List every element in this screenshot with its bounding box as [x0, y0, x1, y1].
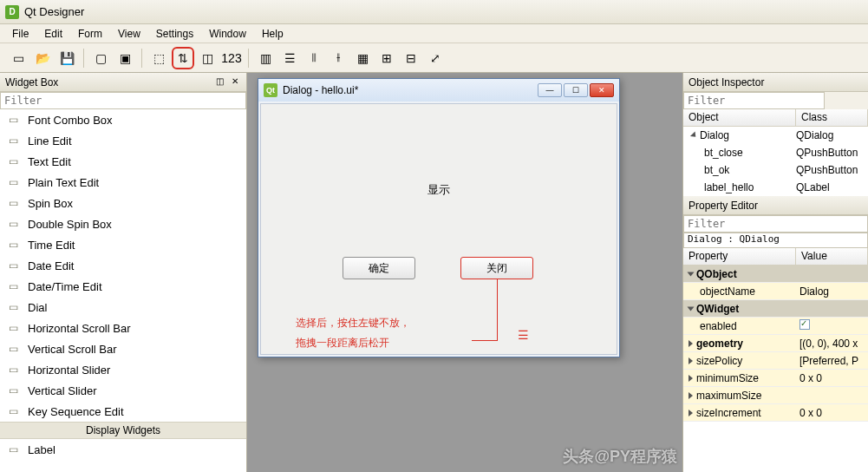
col-value[interactable]: Value — [796, 248, 868, 265]
menu-settings[interactable]: Settings — [149, 26, 200, 42]
cancel-button[interactable]: 关闭 — [460, 257, 533, 279]
property-table[interactable]: Property Value QObjectobjectNameDialogQW… — [683, 248, 868, 472]
dialog-form[interactable]: 显示 确定 关闭 选择后，按住左键不放， 拖拽一段距离后松开 ☰ — [260, 103, 617, 355]
adjust-size-icon[interactable]: ⤢ — [424, 47, 447, 69]
widget-box-filter[interactable] — [0, 92, 246, 109]
widget-label: Time Edit — [28, 239, 75, 252]
layout-h-split-icon[interactable]: ⫴ — [303, 47, 325, 69]
send-back-icon[interactable]: ▢ — [89, 47, 112, 69]
object-inspector-filter[interactable] — [683, 92, 825, 109]
object-tree[interactable]: Object Class DialogQDialogbt_closeQPushB… — [683, 109, 868, 196]
tree-row[interactable]: bt_closeQPushButton — [683, 144, 868, 161]
widget-item[interactable]: ▭Horizontal Slider — [0, 359, 246, 380]
layout-h-icon[interactable]: ▥ — [254, 47, 277, 69]
expand-icon[interactable] — [689, 410, 693, 416]
line-edit-icon: ▭ — [5, 134, 21, 148]
expand-icon[interactable] — [688, 272, 695, 276]
widget-item[interactable]: ▭Font Combo Box — [0, 109, 246, 130]
dialog-window[interactable]: Qt Dialog - hello.ui* — ☐ ✕ 显示 确定 关闭 选择后… — [258, 78, 620, 357]
col-class[interactable]: Class — [796, 109, 868, 126]
widget-item[interactable]: ▭Date/Time Edit — [0, 276, 246, 297]
widget-list[interactable]: ▭Font Combo Box▭Line Edit▭Text Edit▭Plai… — [0, 109, 246, 472]
menu-view[interactable]: View — [111, 26, 147, 42]
widget-item[interactable]: ▭Text Edit — [0, 151, 246, 172]
close-button[interactable]: ✕ — [590, 83, 614, 97]
menu-help[interactable]: Help — [255, 26, 290, 42]
property-value[interactable]: [(0, 0), 400 x — [796, 338, 868, 350]
widget-label: Double Spin Box — [28, 218, 112, 231]
menu-file[interactable]: File — [5, 26, 36, 42]
widget-label: Horizontal Slider — [28, 364, 110, 377]
property-row[interactable]: geometry[(0, 0), 400 x — [683, 335, 868, 352]
tree-object: bt_close — [704, 147, 743, 159]
edit-signals-icon[interactable]: ⇅ — [172, 47, 194, 69]
property-editor-filter[interactable] — [683, 215, 868, 233]
widget-label: Plain Text Edit — [28, 176, 99, 189]
layout-v-split-icon[interactable]: ⫲ — [327, 47, 349, 69]
tree-row[interactable]: label_helloQLabel — [683, 179, 868, 196]
property-editor-panel: Property Editor Dialog : QDialog Propert… — [683, 196, 868, 472]
widget-item[interactable]: ▭Vertical Scroll Bar — [0, 338, 246, 359]
property-name: enabled — [700, 320, 737, 332]
widget-item[interactable]: ▭Dial — [0, 297, 246, 318]
edit-tab-order-icon[interactable]: 123 — [220, 47, 243, 69]
expand-icon[interactable] — [690, 131, 698, 139]
widget-item[interactable]: ▭Vertical Slider — [0, 380, 246, 401]
minimize-button[interactable]: — — [538, 83, 562, 97]
property-row[interactable]: maximumSize — [683, 387, 868, 404]
col-object[interactable]: Object — [683, 109, 796, 126]
property-row[interactable]: sizePolicy[Preferred, P — [683, 352, 868, 370]
dialog-titlebar[interactable]: Qt Dialog - hello.ui* — ☐ ✕ — [258, 79, 619, 102]
expand-icon[interactable] — [689, 357, 693, 364]
undock-icon[interactable]: ◫ — [213, 76, 225, 88]
property-value[interactable]: [Preferred, P — [796, 355, 868, 367]
open-icon[interactable]: 📂 — [31, 47, 54, 69]
property-group[interactable]: QWidget — [683, 300, 868, 318]
widget-item[interactable]: ▭Key Sequence Edit — [0, 401, 246, 422]
widget-item[interactable]: ▭Spin Box — [0, 193, 246, 213]
widget-category[interactable]: Display Widgets — [0, 422, 246, 439]
expand-icon[interactable] — [688, 306, 695, 311]
widget-item[interactable]: ▭Double Spin Box — [0, 213, 246, 234]
widget-item[interactable]: ▭Label — [0, 439, 246, 460]
close-panel-icon[interactable]: ✕ — [229, 76, 241, 88]
property-row[interactable]: sizeIncrement0 x 0 — [683, 404, 868, 422]
widget-item[interactable]: ▭Date Edit — [0, 255, 246, 276]
property-value[interactable]: 0 x 0 — [796, 372, 868, 384]
property-name: maximumSize — [696, 390, 761, 402]
tree-row[interactable]: bt_okQPushButton — [683, 161, 868, 179]
col-property[interactable]: Property — [683, 248, 796, 265]
layout-grid-icon[interactable]: ▦ — [351, 47, 374, 69]
property-row[interactable]: enabled — [683, 318, 868, 335]
property-value[interactable]: Dialog — [796, 285, 868, 298]
new-form-icon[interactable]: ▭ — [7, 47, 29, 69]
bring-front-icon[interactable]: ▣ — [114, 47, 136, 69]
property-group[interactable]: QObject — [683, 266, 868, 283]
menu-edit[interactable]: Edit — [37, 26, 69, 42]
label-hello[interactable]: 显示 — [427, 182, 450, 198]
property-row[interactable]: minimumSize0 x 0 — [683, 370, 868, 387]
widget-item[interactable]: ▭Horizontal Scroll Bar — [0, 318, 246, 338]
tree-row[interactable]: DialogQDialog — [683, 127, 868, 144]
save-icon[interactable]: 💾 — [55, 47, 78, 69]
layout-v-icon[interactable]: ☰ — [278, 47, 301, 69]
expand-icon[interactable] — [689, 340, 693, 347]
checkbox-icon[interactable] — [799, 319, 810, 330]
property-row[interactable]: objectNameDialog — [683, 283, 868, 300]
layout-form-icon[interactable]: ⊞ — [375, 47, 398, 69]
edit-widgets-icon[interactable]: ⬚ — [147, 47, 170, 69]
break-layout-icon[interactable]: ⊟ — [400, 47, 422, 69]
widget-item[interactable]: ▭Line Edit — [0, 130, 246, 151]
maximize-button[interactable]: ☐ — [564, 83, 588, 97]
expand-icon[interactable] — [689, 392, 693, 399]
menu-window[interactable]: Window — [202, 26, 253, 42]
widget-item[interactable]: ▭Plain Text Edit — [0, 172, 246, 193]
expand-icon[interactable] — [689, 375, 693, 382]
widget-item[interactable]: ▭Time Edit — [0, 234, 246, 255]
property-value[interactable]: 0 x 0 — [796, 407, 868, 419]
menu-form[interactable]: Form — [71, 26, 109, 42]
font-icon: ▭ — [5, 113, 21, 127]
edit-buddies-icon[interactable]: ◫ — [196, 47, 219, 69]
property-value[interactable] — [796, 319, 868, 332]
ok-button[interactable]: 确定 — [343, 257, 415, 279]
